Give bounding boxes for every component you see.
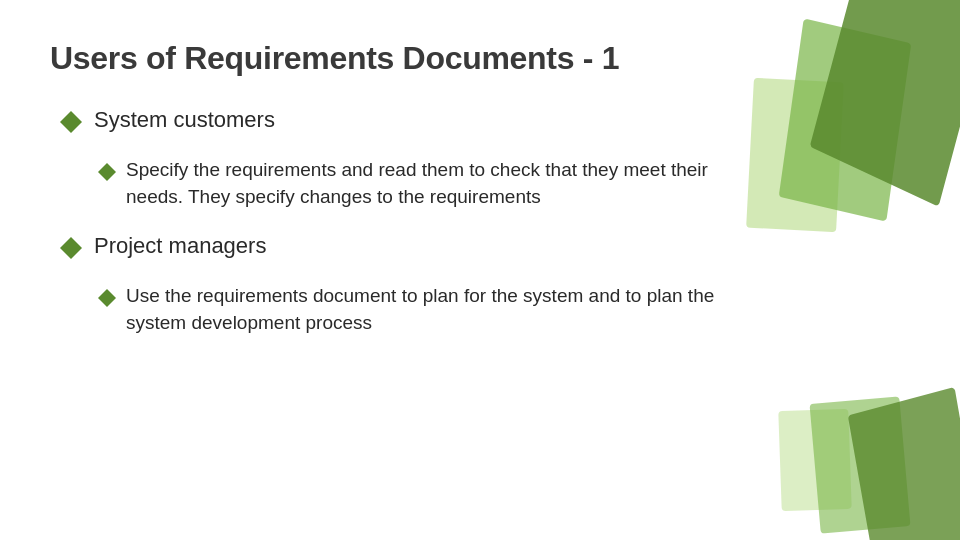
- diamond-icon-2: [60, 237, 82, 248]
- diamond-icon-sub-2: [98, 289, 116, 298]
- specify-text: Specify the requirements and read them t…: [126, 156, 766, 211]
- deco-bottom-right: [800, 340, 960, 540]
- bullet-use: Use the requirements document to plan fo…: [98, 282, 910, 337]
- system-customers-label: System customers: [94, 105, 275, 136]
- deco-br-shape-dark: [848, 387, 960, 540]
- slide-title: Users of Requirements Documents - 1: [50, 40, 910, 77]
- project-managers-label: Project managers: [94, 231, 266, 262]
- bullet-system-customers: System customers: [60, 105, 910, 136]
- diamond-icon-sub-1: [98, 163, 116, 172]
- deco-br-shape-light: [778, 409, 851, 511]
- slide: Users of Requirements Documents - 1 Syst…: [0, 0, 960, 540]
- bullet-project-managers: Project managers: [60, 231, 910, 262]
- use-text: Use the requirements document to plan fo…: [126, 282, 766, 337]
- content-area: System customers Specify the requirement…: [50, 105, 910, 337]
- diamond-icon-1: [60, 111, 82, 122]
- bullet-specify: Specify the requirements and read them t…: [98, 156, 910, 211]
- deco-br-shape-mid: [810, 396, 911, 533]
